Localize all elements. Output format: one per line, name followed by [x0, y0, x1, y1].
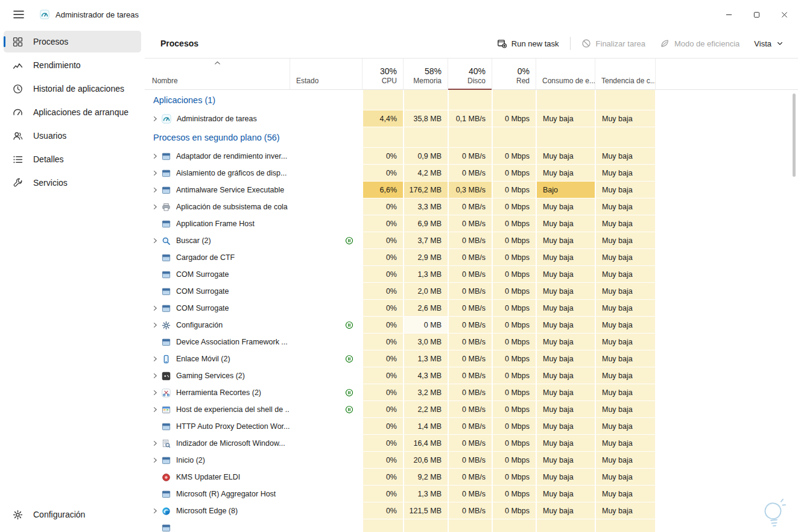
vertical-scrollbar[interactable]	[793, 93, 796, 177]
cell-network: 0 Mbps	[492, 283, 536, 300]
cell-trend: Muy baja	[595, 469, 655, 486]
process-row[interactable]: Antimalware Service Executable6,6%176,2 …	[145, 182, 798, 198]
filler-cell	[655, 367, 798, 384]
cell-trend: Muy baja	[595, 283, 655, 300]
expand-chevron-icon[interactable]	[151, 406, 159, 414]
column-header-memory[interactable]: 58%Memoria	[403, 59, 448, 89]
cell-power: Muy baja	[536, 249, 595, 266]
column-header-power[interactable]: Consumo de e...	[536, 59, 595, 89]
process-row[interactable]: COM Surrogate0%1,3 MB0 MB/s0 MbpsMuy baj…	[145, 266, 798, 283]
process-row[interactable]: Configuración0%0 MB0 MB/s0 MbpsMuy bajaM…	[145, 317, 798, 334]
sidebar-item-detalles[interactable]: Detalles	[4, 148, 141, 170]
minimize-button[interactable]	[715, 0, 743, 29]
expand-chevron-icon[interactable]	[151, 186, 159, 194]
process-row[interactable]: COM Surrogate0%2,0 MB0 MB/s0 MbpsMuy baj…	[145, 283, 798, 300]
hamburger-menu-button[interactable]	[8, 4, 29, 25]
cell-cpu: 0%	[362, 317, 403, 334]
run-new-task-button[interactable]: Run new task	[490, 33, 566, 54]
process-row[interactable]: Buscar (2)0%3,7 MB0 MB/s0 MbpsMuy bajaMu…	[145, 232, 798, 249]
close-button[interactable]	[770, 0, 798, 29]
process-name-cell: Administrador de tareas	[145, 110, 290, 127]
group-header-row: Procesos en segundo plano (56)	[145, 127, 798, 148]
cell-trend: Muy baja	[595, 334, 655, 350]
process-row[interactable]: Indizador de Microsoft Window...0%16,4 M…	[145, 435, 798, 452]
process-name: COM Surrogate	[176, 270, 229, 279]
process-row[interactable]: COM Surrogate0%2,6 MB0 MB/s0 MbpsMuy baj…	[145, 300, 798, 317]
snip-icon	[162, 388, 171, 397]
cell-network: 0 Mbps	[492, 486, 536, 502]
sidebar-item-historial-de-aplicaciones[interactable]: Historial de aplicaciones	[4, 78, 141, 100]
expand-chevron-icon[interactable]	[151, 372, 159, 380]
process-row[interactable]: Enlace Móvil (2)0%1,3 MB0 MB/s0 MbpsMuy …	[145, 350, 798, 367]
cell-power: Muy baja	[536, 384, 595, 401]
hamburger-icon	[13, 10, 24, 19]
group-heat-cell-cpu	[362, 90, 403, 110]
expand-chevron-icon[interactable]	[151, 389, 159, 397]
column-header-network[interactable]: 0%Red	[492, 59, 536, 89]
view-dropdown-button[interactable]: Vista	[747, 33, 791, 54]
process-status-cell	[290, 148, 362, 165]
process-row[interactable]: Host de experiencia del shell de ...0%2,…	[145, 401, 798, 418]
sidebar-item-rendimiento[interactable]: Rendimiento	[4, 54, 141, 76]
sidebar-item-usuarios[interactable]: Usuarios	[4, 125, 141, 147]
process-row[interactable]: Microsoft Edge (8)0%121,5 MB0 MB/s0 Mbps…	[145, 502, 798, 519]
cell-memory: 1,3 MB	[403, 486, 448, 502]
process-row[interactable]: Cargador de CTF0%2,9 MB0 MB/s0 MbpsMuy b…	[145, 249, 798, 266]
sidebar-item-procesos[interactable]: Procesos	[4, 31, 141, 52]
expand-chevron-icon[interactable]	[151, 457, 159, 464]
process-name: Microsoft Edge (8)	[176, 507, 238, 515]
expand-chevron-icon[interactable]	[151, 237, 159, 245]
maximize-button[interactable]	[743, 0, 770, 29]
expand-chevron-icon[interactable]	[151, 203, 159, 211]
process-name: Antimalware Service Executable	[176, 186, 284, 194]
sidebar-item-servicios[interactable]: Servicios	[4, 172, 141, 194]
expand-chevron-icon[interactable]	[151, 355, 159, 363]
process-row[interactable]: KMS Updater ELDI0%9,2 MB0 MB/s0 MbpsMuy …	[145, 469, 798, 486]
sidebar-item-label: Usuarios	[33, 131, 66, 141]
expand-chevron-icon[interactable]	[151, 305, 159, 312]
process-row[interactable]: Device Association Framework ...0%3,0 MB…	[145, 334, 798, 350]
sidebar-item-aplicaciones-de-arranque[interactable]: Aplicaciones de arranque	[4, 101, 141, 123]
cell-memory: 4,2 MB	[403, 165, 448, 182]
process-row[interactable]: Microsoft (R) Aggregator Host0%1,3 MB0 M…	[145, 486, 798, 502]
group-header-row: Aplicaciones (1)	[145, 90, 798, 110]
expand-chevron-icon[interactable]	[151, 153, 159, 160]
expand-chevron-icon[interactable]	[151, 169, 159, 177]
process-name-cell: Gaming Services (2)	[145, 367, 290, 384]
expand-chevron-icon[interactable]	[151, 115, 159, 123]
process-status-cell	[290, 418, 362, 435]
process-row[interactable]	[145, 519, 798, 532]
process-row[interactable]: Application Frame Host0%6,9 MB0 MB/s0 Mb…	[145, 215, 798, 232]
process-row[interactable]: Adaptador de rendimiento inver...0%0,9 M…	[145, 148, 798, 165]
cell-cpu: 0%	[362, 334, 403, 350]
expand-chevron-icon[interactable]	[151, 440, 159, 448]
group-heat-cell-memory	[403, 90, 448, 110]
cell-disk: 0 MB/s	[448, 249, 492, 266]
column-header-status[interactable]: Estado	[290, 59, 362, 89]
process-row[interactable]: Administrador de tareas4,4%35,8 MB0,1 MB…	[145, 110, 798, 127]
process-row[interactable]: Gaming Services (2)0%4,3 MB0 MB/s0 MbpsM…	[145, 367, 798, 384]
sidebar-item-configuracion[interactable]: Configuración	[4, 504, 141, 525]
process-name-cell: Inicio (2)	[145, 452, 290, 469]
column-header-cpu[interactable]: 30%CPU	[362, 59, 403, 89]
column-label-name: Nombre	[152, 77, 178, 85]
expand-chevron-icon[interactable]	[151, 507, 159, 515]
process-row[interactable]: Aplicación de subsistema de cola0%3,3 MB…	[145, 198, 798, 215]
end-task-button[interactable]: Finalizar tarea	[574, 33, 653, 54]
expand-chevron-icon[interactable]	[151, 321, 159, 329]
column-label-disk: Disco	[467, 77, 486, 85]
column-header-name[interactable]: Nombre	[145, 59, 290, 89]
process-row[interactable]: Inicio (2)0%20,6 MB0 MB/s0 MbpsMuy bajaM…	[145, 452, 798, 469]
process-name: Aplicación de subsistema de cola	[176, 203, 288, 211]
cell-memory: 4,3 MB	[403, 367, 448, 384]
column-header-disk[interactable]: 40%Disco	[448, 59, 492, 89]
cell-network: 0 Mbps	[492, 198, 536, 215]
lightbulb-tip-icon[interactable]	[759, 497, 790, 531]
process-row[interactable]: HTTP Auto Proxy Detection Wor...0%1,4 MB…	[145, 418, 798, 435]
process-row[interactable]: Herramienta Recortes (2)0%3,2 MB0 MB/s0 …	[145, 384, 798, 401]
column-header-trend[interactable]: Tendencia de c...	[595, 59, 655, 89]
efficiency-mode-button[interactable]: Modo de eficiencia	[653, 33, 747, 54]
process-row[interactable]: Aislamiento de gráficos de disp...0%4,2 …	[145, 165, 798, 182]
chevron-spacer	[151, 423, 159, 431]
group-heat-cell-memory	[403, 127, 448, 148]
